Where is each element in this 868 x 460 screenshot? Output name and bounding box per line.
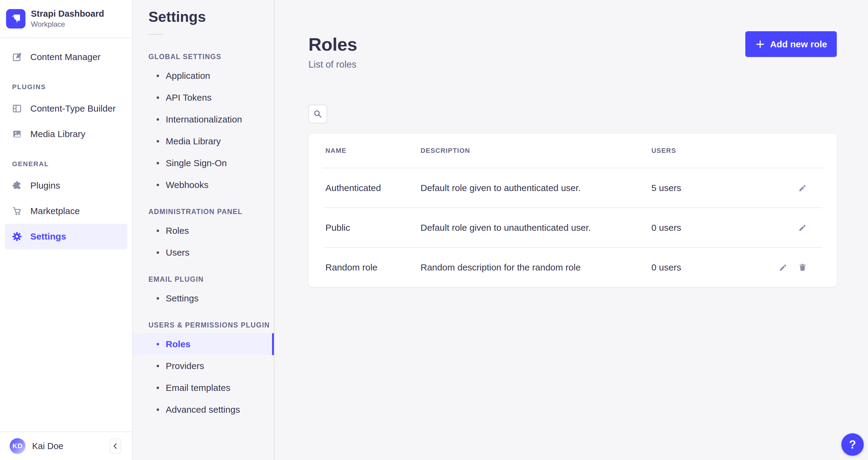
pen-icon [12,52,22,62]
pencil-icon [779,263,787,271]
edit-role-button[interactable] [799,184,806,192]
bullet-icon [157,297,159,299]
main-sidebar: Strapi Dashboard Workplace Content Manag… [0,0,133,460]
subnav-item-application[interactable]: Application [133,65,274,87]
role-name: Authenticated [326,183,421,193]
bullet-icon [157,365,159,367]
subnav-item-settings[interactable]: Settings [133,287,274,309]
column-header-description: DESCRIPTION [421,147,651,155]
role-name: Random role [326,262,421,272]
help-button[interactable]: ? [841,433,864,456]
column-header-name: NAME [326,147,421,155]
add-new-role-button[interactable]: Add new role [745,31,837,57]
subnav-item-roles[interactable]: Roles [133,333,274,355]
table-row-random-role[interactable]: Random roleRandom description for the ra… [308,248,837,287]
bullet-icon [157,230,159,232]
subnav-item-label: Advanced settings [166,404,240,415]
page-title: Roles [308,35,357,54]
subnav-item-label: Application [166,71,210,81]
row-actions [763,263,806,271]
subnav-item-label: Providers [166,361,204,371]
brand-text: Strapi Dashboard Workplace [31,9,104,29]
page-titles: Roles List of roles [308,31,357,70]
settings-subnav: Settings GLOBAL SETTINGSApplicationAPI T… [133,0,275,460]
roles-table-card: NAMEDESCRIPTIONUSERS AuthenticatedDefaul… [308,134,837,287]
sidebar-section-label: PLUGINS [0,83,132,91]
role-users-count: 0 users [651,223,763,233]
subnav-item-advanced-settings[interactable]: Advanced settings [133,399,274,421]
role-name: Public [326,223,421,233]
image-icon [12,129,22,139]
sidebar-menu: Content ManagerPLUGINSContent-Type Build… [0,38,132,249]
bullet-icon [157,140,159,143]
chevron-left-icon [111,441,120,451]
sidebar-item-label: Settings [30,231,66,242]
role-description: Default role given to authenticated user… [421,183,651,193]
page-subtitle: List of roles [308,59,357,70]
plus-icon [755,39,765,50]
subnav-item-api-tokens[interactable]: API Tokens [133,87,274,109]
subnav-item-webhooks[interactable]: Webhooks [133,174,274,196]
column-header-users: USERS [651,147,763,155]
subnav-item-label: Users [166,248,189,258]
subnav-item-email-templates[interactable]: Email templates [133,377,274,399]
subnav-item-roles[interactable]: Roles [133,220,274,242]
table-header-row: NAMEDESCRIPTIONUSERS [308,134,837,168]
avatar: KD [10,438,26,454]
subnav-item-label: Single Sign-On [166,158,227,168]
bullet-icon [157,96,159,99]
cart-icon [12,206,22,216]
role-users-count: 5 users [651,183,763,193]
sidebar-item-label: Content Manager [30,52,101,62]
table-body: AuthenticatedDefault role given to authe… [308,168,837,287]
table-row-public[interactable]: PublicDefault role given to unauthentica… [308,208,837,247]
subnav-item-label: API Tokens [166,92,212,103]
table-row-authenticated[interactable]: AuthenticatedDefault role given to authe… [308,168,837,207]
subnav-item-providers[interactable]: Providers [133,355,274,377]
sidebar-item-content-type-builder[interactable]: Content-Type Builder [5,96,127,121]
edit-role-button[interactable] [799,224,806,232]
strapi-logo-icon [6,9,26,29]
pencil-icon [799,184,806,192]
sidebar-item-plugins[interactable]: Plugins [5,173,127,198]
subnav-item-label: Settings [166,293,198,304]
collapse-sidebar-button[interactable] [110,438,121,454]
sidebar-item-label: Media Library [30,129,86,139]
pencil-icon [799,224,806,232]
page-header: Roles List of roles Add new role [308,0,868,70]
bullet-icon [157,408,159,411]
add-new-role-label: Add new role [770,39,827,50]
edit-role-button[interactable] [779,263,787,271]
subnav-section-label: USERS & PERMISSIONS PLUGIN [149,321,274,329]
subnav-item-label: Roles [166,226,189,236]
subnav-section-label: ADMINISTRATION PANEL [149,208,274,215]
delete-role-button[interactable] [799,263,806,271]
subnav-item-label: Roles [166,339,191,349]
sidebar-section-label: GENERAL [0,160,132,168]
subnav-item-media-library[interactable]: Media Library [133,131,274,152]
bullet-icon [157,118,159,121]
main-content: Roles List of roles Add new role NAMEDES… [275,0,868,460]
bullet-icon [157,251,159,254]
sidebar-item-marketplace[interactable]: Marketplace [5,198,127,224]
sidebar-footer: KD Kai Doe [0,431,132,460]
user-name: Kai Doe [32,441,103,451]
subnav-item-internationalization[interactable]: Internationalization [133,109,274,131]
sidebar-item-label: Plugins [30,180,60,191]
subnav-item-single-sign-on[interactable]: Single Sign-On [133,152,274,174]
sidebar-item-settings[interactable]: Settings [5,224,127,249]
role-users-count: 0 users [651,262,763,272]
sidebar-item-content-manager[interactable]: Content Manager [5,44,127,70]
bullet-icon [157,162,159,164]
subnav-item-users[interactable]: Users [133,242,274,263]
workspace-label: Workplace [31,20,104,29]
role-description: Default role given to unauthenticated us… [421,223,651,233]
bullet-icon [157,386,159,389]
gear-icon [12,232,22,241]
row-actions [763,184,806,192]
search-button[interactable] [308,105,327,123]
brand: Strapi Dashboard Workplace [0,0,132,38]
sidebar-item-media-library[interactable]: Media Library [5,121,127,147]
app-title: Strapi Dashboard [31,9,104,19]
subnav-item-label: Internationalization [166,114,242,125]
